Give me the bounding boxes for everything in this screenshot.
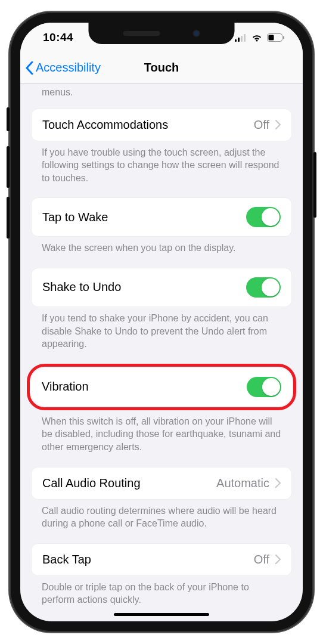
vibration-row[interactable]: Vibration — [31, 368, 292, 406]
chevron-right-icon — [275, 478, 281, 488]
row-label: Back Tap — [42, 553, 91, 566]
row-label: Tap to Wake — [42, 210, 108, 224]
battery-icon — [267, 33, 285, 42]
status-icons — [235, 33, 285, 42]
cellular-icon — [235, 34, 247, 42]
status-time: 10:44 — [43, 31, 73, 44]
row-label: Touch Accommodations — [42, 118, 168, 132]
page-title: Touch — [144, 61, 179, 75]
row-footer: If you have trouble using the touch scre… — [31, 141, 292, 185]
row-label: Call Audio Routing — [42, 476, 141, 490]
vibration-toggle[interactable] — [247, 377, 281, 397]
tap-to-wake-toggle[interactable] — [246, 207, 281, 227]
svg-rect-6 — [269, 35, 274, 41]
highlight-annotation: Vibration — [27, 364, 296, 410]
svg-rect-1 — [238, 38, 240, 42]
touch-accommodations-row[interactable]: Touch Accommodations Off — [31, 109, 292, 141]
nav-bar: Accessibility Touch — [20, 52, 303, 83]
svg-rect-0 — [235, 39, 237, 42]
chevron-right-icon — [275, 120, 281, 129]
row-value: Off — [254, 118, 269, 132]
home-indicator[interactable] — [114, 613, 209, 616]
row-footer: When this switch is off, all vibration o… — [31, 410, 292, 454]
svg-rect-2 — [241, 36, 243, 42]
row-footer: Wake the screen when you tap on the disp… — [31, 237, 292, 255]
row-value: Automatic — [216, 476, 269, 490]
back-button[interactable]: Accessibility — [25, 52, 101, 83]
shake-to-undo-toggle[interactable] — [246, 277, 281, 298]
row-footer: If you tend to shake your iPhone by acci… — [31, 307, 292, 351]
shake-to-undo-row[interactable]: Shake to Undo — [31, 268, 292, 307]
wifi-icon — [251, 33, 263, 42]
svg-rect-5 — [283, 36, 284, 39]
settings-content: menus. Touch Accommodations Off If you h… — [20, 83, 303, 621]
row-value: Off — [254, 553, 269, 566]
row-label: Shake to Undo — [42, 280, 121, 294]
tap-to-wake-row[interactable]: Tap to Wake — [31, 197, 292, 237]
trailing-text: menus. — [31, 83, 292, 109]
chevron-left-icon — [25, 61, 34, 75]
row-footer: Call audio routing determines where audi… — [31, 500, 292, 530]
back-label: Accessibility — [36, 61, 101, 75]
svg-rect-3 — [244, 34, 246, 42]
back-tap-row[interactable]: Back Tap Off — [31, 543, 292, 576]
chevron-right-icon — [275, 555, 281, 564]
call-audio-routing-row[interactable]: Call Audio Routing Automatic — [31, 467, 292, 500]
row-footer: Double or triple tap on the back of your… — [31, 576, 292, 606]
row-label: Vibration — [42, 380, 89, 394]
